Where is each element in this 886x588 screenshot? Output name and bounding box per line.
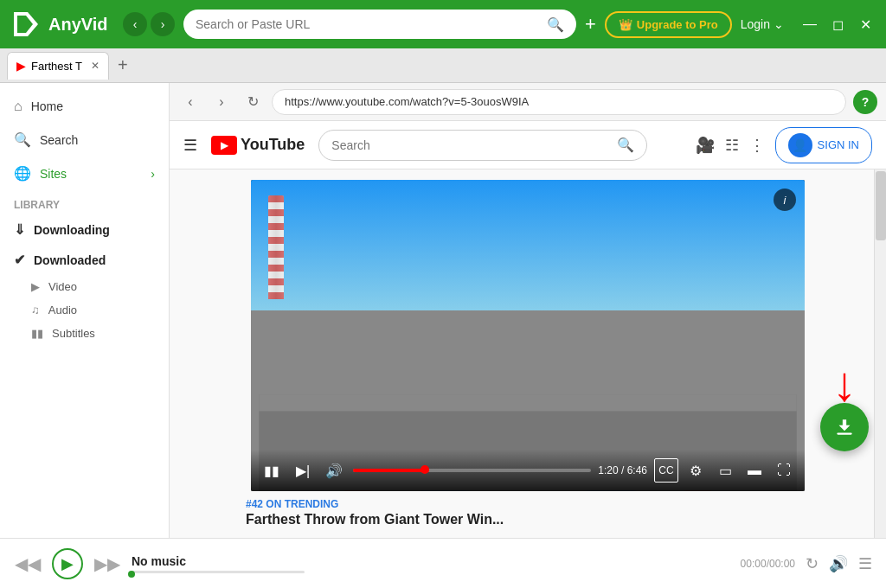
video-controls: ▮▮ ▶| 🔊 1:20 / 6:46 CC (251, 450, 805, 491)
queue-button[interactable]: ☰ (858, 554, 872, 573)
sidebar: ⌂ Home 🔍 Search 🌐 Sites › Library ⇓ Down… (0, 83, 170, 538)
progress-bar[interactable] (353, 469, 591, 472)
login-button[interactable]: Login ⌄ (741, 17, 784, 31)
sidebar-item-downloading[interactable]: ⇓ Downloading (0, 214, 169, 245)
search-bar: 🔍 (183, 10, 576, 39)
miniplayer-button[interactable]: ▭ (713, 458, 737, 483)
search-icon: 🔍 (547, 16, 564, 33)
download-fab-button[interactable] (820, 403, 869, 451)
chevron-right-icon: › (151, 167, 155, 181)
video-title-preview: Farthest Throw from Giant Tower Win... (246, 512, 810, 527)
logo-area: AnyVid (10, 9, 114, 40)
time-display: 1:20 / 6:46 (598, 464, 647, 476)
bottom-right-controls: ↻ 🔊 ☰ (806, 554, 872, 573)
sidebar-item-label: Search (40, 133, 78, 147)
browser-back-button[interactable]: ‹ (178, 90, 202, 114)
chevron-down-icon: ⌄ (774, 17, 784, 31)
maximize-button[interactable]: ◻ (827, 14, 848, 35)
sidebar-item-search[interactable]: 🔍 Search (0, 123, 169, 157)
browser-reload-button[interactable]: ↻ (241, 90, 265, 114)
next-button[interactable]: ▶| (291, 458, 315, 483)
globe-icon: 🌐 (14, 165, 31, 182)
add-tab-button[interactable]: + (585, 15, 596, 34)
pause-button[interactable]: ▮▮ (260, 458, 284, 483)
youtube-search-input[interactable] (331, 138, 610, 152)
fullscreen-button[interactable]: ⛶ (772, 458, 796, 483)
app-logo-text: AnyVid (48, 15, 108, 35)
add-tab-bar-button[interactable]: + (112, 55, 133, 75)
forward-button[interactable]: › (151, 12, 175, 36)
settings-button[interactable]: ⚙ (684, 458, 708, 483)
play-main-button[interactable]: ▶ (52, 548, 83, 579)
sidebar-sub-label: Subtitles (52, 327, 95, 340)
volume-button[interactable]: 🔊 (322, 458, 346, 483)
sidebar-item-audio[interactable]: ♫ Audio (0, 298, 169, 322)
prev-track-button[interactable]: ◀◀ (14, 550, 42, 578)
music-progress (132, 571, 730, 573)
youtube-header-actions: 🎥 ☷ ⋮ 👤 SIGN IN (696, 127, 872, 163)
music-time-display: 00:00/00:00 (741, 558, 795, 570)
youtube-signin-button[interactable]: 👤 SIGN IN (775, 127, 872, 163)
user-circle-icon: 👤 (788, 133, 812, 157)
tower-stripes (268, 195, 284, 299)
browser-area: ‹ › ↻ ? ☰ ▶ YouTube 🔍 🎥 ☷ ⋮ 👤 (170, 83, 886, 538)
nav-arrows: ‹ › (123, 12, 175, 36)
sidebar-item-subtitles[interactable]: ▮▮ Subtitles (0, 322, 169, 345)
browser-nav: ‹ › ↻ ? (170, 83, 886, 121)
volume-bottom-button[interactable]: 🔊 (829, 554, 848, 573)
window-controls: — ◻ ✕ (799, 14, 876, 35)
search-icon: 🔍 (14, 131, 31, 148)
sidebar-sub-label: Audio (48, 304, 77, 316)
back-button[interactable]: ‹ (123, 12, 147, 36)
youtube-more-button[interactable]: ⋮ (749, 136, 765, 155)
minimize-button[interactable]: — (799, 14, 820, 35)
sidebar-item-video[interactable]: ▶ Video (0, 275, 169, 298)
upgrade-button[interactable]: 👑 Upgrade to Pro (605, 11, 732, 38)
sidebar-item-label: Sites (40, 167, 67, 181)
video-info-button[interactable]: i (774, 189, 796, 211)
music-icon: ♫ (31, 304, 40, 316)
below-video: #42 ON TRENDING Farthest Throw from Gian… (177, 491, 879, 534)
crown-icon: 👑 (619, 18, 632, 31)
download-overlay: ↓ (820, 360, 869, 451)
scrollbar[interactable] (874, 169, 886, 538)
youtube-logo-text: YouTube (241, 136, 305, 154)
theater-button[interactable]: ▬ (742, 458, 767, 483)
music-progress-bar[interactable] (132, 571, 305, 573)
youtube-logo: ▶ YouTube (211, 136, 305, 155)
tab-close-button[interactable]: ✕ (91, 60, 100, 72)
video-content: i ▮▮ ▶| 🔊 1:20 / (170, 169, 886, 538)
close-button[interactable]: ✕ (855, 14, 876, 35)
download-icon (833, 416, 856, 438)
download-icon: ⇓ (14, 221, 25, 238)
scroll-thumb[interactable] (876, 171, 886, 240)
music-progress-dot (128, 571, 135, 578)
sky-background (251, 180, 805, 310)
play-circle-icon: ▶ (31, 280, 40, 293)
main-layout: ⌂ Home 🔍 Search 🌐 Sites › Library ⇓ Down… (0, 83, 886, 538)
url-bar[interactable] (272, 89, 846, 115)
music-info: No music (132, 554, 730, 573)
browser-tab[interactable]: ▶ Farthest T ✕ (7, 52, 109, 80)
next-track-button[interactable]: ▶▶ (93, 550, 121, 578)
home-icon: ⌂ (14, 99, 22, 114)
right-controls: CC ⚙ ▭ ▬ ⛶ (654, 458, 796, 483)
sidebar-item-home[interactable]: ⌂ Home (0, 90, 169, 123)
sidebar-item-sites[interactable]: 🌐 Sites › (0, 157, 169, 190)
help-button[interactable]: ? (853, 90, 877, 114)
youtube-grid-button[interactable]: ☷ (725, 136, 739, 155)
video-player[interactable]: i ▮▮ ▶| 🔊 1:20 / (251, 180, 805, 491)
hamburger-icon[interactable]: ☰ (183, 136, 197, 155)
browser-forward-button[interactable]: › (209, 90, 234, 114)
captions-button[interactable]: CC (654, 458, 678, 483)
red-arrow-indicator: ↓ (832, 360, 857, 408)
sidebar-item-label: Home (31, 99, 63, 113)
youtube-header: ☰ ▶ YouTube 🔍 🎥 ☷ ⋮ 👤 SIGN IN (170, 121, 886, 169)
repeat-button[interactable]: ↻ (806, 554, 819, 573)
sidebar-item-downloaded[interactable]: ✔ Downloaded (0, 245, 169, 275)
sidebar-lib-label: Downloading (34, 223, 110, 237)
search-input[interactable] (196, 17, 540, 31)
youtube-camera-button[interactable]: 🎥 (696, 136, 715, 155)
app-logo-icon (10, 9, 42, 40)
subtitles-icon: ▮▮ (31, 327, 43, 340)
